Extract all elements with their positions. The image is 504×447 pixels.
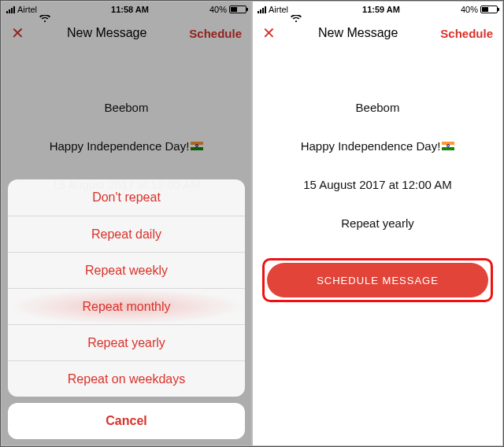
pane-left-actionsheet: Airtel 11:58 AM 40% ✕ New Message Schedu…: [2, 2, 251, 445]
pane-right-preview: Airtel 11:59 AM 40% ✕ New Message Schedu…: [253, 2, 502, 445]
status-left: Airtel: [258, 5, 302, 14]
message-text: Happy Independence Day!: [301, 139, 441, 153]
recipient-row[interactable]: Beebom: [253, 76, 502, 114]
option-dont-repeat[interactable]: Don't repeat: [8, 179, 245, 216]
message-row[interactable]: Happy Independence Day!: [253, 114, 502, 153]
cellular-signal-icon: [258, 6, 266, 13]
option-repeat-daily[interactable]: Repeat daily: [8, 216, 245, 252]
status-bar: Airtel 11:59 AM 40%: [253, 2, 502, 17]
battery-percent: 40%: [461, 5, 478, 14]
cta-container: SCHEDULE MESSAGE: [267, 263, 488, 297]
repeat-row[interactable]: Repeat yearly: [253, 191, 502, 230]
close-icon[interactable]: ✕: [262, 25, 276, 41]
nav-title: New Message: [318, 26, 398, 40]
action-sheet-cancel[interactable]: Cancel: [8, 403, 245, 439]
option-repeat-yearly[interactable]: Repeat yearly: [8, 324, 245, 360]
option-repeat-monthly[interactable]: Repeat monthly: [8, 288, 245, 324]
status-time: 11:59 AM: [362, 5, 400, 14]
wifi-icon: [291, 6, 302, 13]
battery-icon: [480, 6, 498, 13]
status-right: 40%: [461, 5, 498, 14]
repeat-options-group: Don't repeat Repeat daily Repeat weekly …: [8, 179, 245, 397]
option-repeat-weekdays[interactable]: Repeat on weekdays: [8, 360, 245, 397]
annotation-highlight: [262, 258, 493, 302]
repeat-action-sheet: Don't repeat Repeat daily Repeat weekly …: [8, 179, 245, 439]
carrier-label: Airtel: [269, 5, 288, 14]
form-rows: Beebom Happy Independence Day! 15 August…: [253, 76, 502, 230]
schedule-nav-button[interactable]: Schedule: [440, 27, 493, 40]
india-flag-icon: [442, 142, 454, 150]
datetime-row[interactable]: 15 August 2017 at 12:00 AM: [253, 153, 502, 191]
option-repeat-weekly[interactable]: Repeat weekly: [8, 252, 245, 288]
